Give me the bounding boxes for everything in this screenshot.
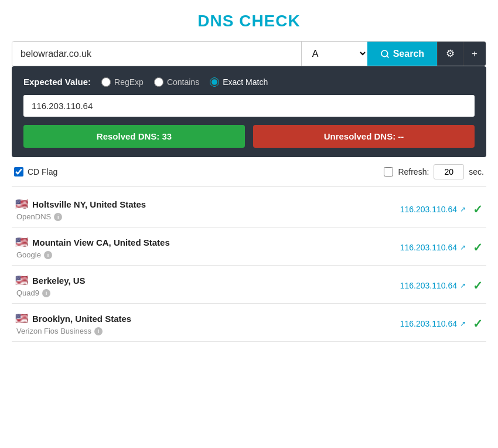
- check-icon: ✓: [473, 240, 483, 254]
- page-title: DNS CHECK: [12, 12, 486, 30]
- regexp-radio[interactable]: [101, 77, 111, 87]
- provider-name: Quad9: [16, 289, 39, 297]
- regexp-option[interactable]: RegExp: [101, 77, 144, 87]
- ip-address: 116.203.110.64: [400, 205, 457, 214]
- table-row: 🇺🇸 Brooklyn, United States Verizon Fios …: [12, 304, 486, 342]
- unresolved-dns-button[interactable]: Unresolved DNS: --: [253, 125, 475, 148]
- dns-type-select[interactable]: A AAAA MX CNAME TXT NS SOA PTR: [301, 42, 367, 66]
- provider-name: OpenDNS: [16, 212, 51, 221]
- contains-radio[interactable]: [154, 77, 163, 87]
- external-link-icon[interactable]: ↗: [460, 320, 466, 328]
- ip-address: 116.203.110.64: [400, 281, 457, 290]
- exact-label: Exact Match: [223, 77, 268, 87]
- flag-icon: 🇺🇸: [15, 236, 28, 249]
- result-provider: OpenDNS i: [15, 212, 400, 221]
- external-link-icon[interactable]: ↗: [460, 281, 466, 290]
- contains-option[interactable]: Contains: [154, 77, 199, 87]
- add-icon: +: [472, 48, 477, 60]
- ip-address: 116.203.110.64: [400, 319, 457, 328]
- check-icon: ✓: [473, 317, 483, 331]
- table-row: 🇺🇸 Mountain View CA, United States Googl…: [12, 228, 486, 266]
- cd-flag-text: CD Flag: [28, 167, 57, 177]
- cd-flag-label[interactable]: CD Flag: [14, 167, 57, 177]
- info-icon[interactable]: i: [54, 213, 62, 221]
- result-left: 🇺🇸 Berkeley, US Quad9 i: [15, 274, 400, 297]
- location-text: Brooklyn, United States: [32, 314, 131, 324]
- search-input[interactable]: [12, 42, 301, 66]
- info-icon[interactable]: i: [44, 251, 52, 259]
- settings-icon: ⚙: [446, 47, 455, 60]
- result-right: 116.203.110.64 ↗ ✓: [400, 317, 483, 331]
- result-location: 🇺🇸 Holtsville NY, United States: [15, 198, 400, 211]
- search-label: Search: [393, 49, 424, 59]
- settings-button[interactable]: ⚙: [437, 42, 463, 66]
- result-ip: 116.203.110.64 ↗: [400, 243, 466, 252]
- flag-icon: 🇺🇸: [15, 198, 28, 211]
- external-link-icon[interactable]: ↗: [460, 243, 466, 252]
- exact-match-option[interactable]: Exact Match: [210, 77, 268, 87]
- location-text: Holtsville NY, United States: [32, 199, 146, 209]
- result-left: 🇺🇸 Holtsville NY, United States OpenDNS …: [15, 198, 400, 221]
- search-bar: A AAAA MX CNAME TXT NS SOA PTR Search ⚙ …: [12, 41, 486, 66]
- check-icon: ✓: [473, 279, 483, 293]
- external-link-icon[interactable]: ↗: [460, 205, 466, 213]
- expected-panel: Expected Value: RegExp Contains Exact Ma…: [12, 66, 486, 157]
- refresh-group: Refresh: sec.: [384, 164, 484, 179]
- result-location: 🇺🇸 Brooklyn, United States: [15, 312, 400, 325]
- flag-icon: 🇺🇸: [15, 312, 28, 325]
- result-left: 🇺🇸 Mountain View CA, United States Googl…: [15, 236, 400, 259]
- result-provider: Quad9 i: [15, 289, 400, 297]
- info-icon[interactable]: i: [42, 289, 50, 297]
- result-location: 🇺🇸 Berkeley, US: [15, 274, 400, 287]
- provider-name: Verizon Fios Business: [16, 327, 91, 335]
- expected-row: Expected Value: RegExp Contains Exact Ma…: [23, 77, 475, 87]
- contains-label: Contains: [167, 77, 199, 87]
- exact-radio[interactable]: [210, 77, 219, 87]
- result-right: 116.203.110.64 ↗ ✓: [400, 240, 483, 254]
- cd-flag-checkbox[interactable]: [14, 167, 23, 177]
- refresh-checkbox[interactable]: [384, 167, 393, 177]
- expected-value-label: Expected Value:: [23, 77, 91, 87]
- table-row: 🇺🇸 Berkeley, US Quad9 i 116.203.110.64 ↗…: [12, 266, 486, 304]
- info-icon[interactable]: i: [94, 327, 103, 335]
- ip-address: 116.203.110.64: [400, 243, 457, 252]
- result-provider: Verizon Fios Business i: [15, 327, 400, 335]
- dns-status-row: Resolved DNS: 33 Unresolved DNS: --: [23, 125, 475, 148]
- expected-value-input[interactable]: [23, 95, 475, 117]
- result-right: 116.203.110.64 ↗ ✓: [400, 202, 483, 216]
- check-icon: ✓: [473, 202, 483, 216]
- sec-label: sec.: [469, 167, 484, 177]
- result-location: 🇺🇸 Mountain View CA, United States: [15, 236, 400, 249]
- match-options: RegExp Contains Exact Match: [101, 77, 268, 87]
- flag-icon: 🇺🇸: [15, 274, 28, 287]
- result-ip: 116.203.110.64 ↗: [400, 319, 466, 328]
- result-ip: 116.203.110.64 ↗: [400, 205, 466, 214]
- table-row: 🇺🇸 Holtsville NY, United States OpenDNS …: [12, 189, 486, 228]
- result-provider: Google i: [15, 250, 400, 259]
- svg-line-1: [387, 56, 388, 57]
- search-button[interactable]: Search: [367, 42, 437, 66]
- provider-name: Google: [16, 250, 41, 259]
- location-text: Mountain View CA, United States: [32, 237, 170, 247]
- result-ip: 116.203.110.64 ↗: [400, 281, 466, 290]
- result-right: 116.203.110.64 ↗ ✓: [400, 279, 483, 293]
- search-icon: [380, 49, 390, 59]
- resolved-dns-button[interactable]: Resolved DNS: 33: [23, 125, 245, 148]
- dns-results: 🇺🇸 Holtsville NY, United States OpenDNS …: [12, 189, 486, 342]
- result-left: 🇺🇸 Brooklyn, United States Verizon Fios …: [15, 312, 400, 335]
- refresh-input[interactable]: [434, 164, 464, 179]
- location-text: Berkeley, US: [32, 276, 86, 286]
- options-row: CD Flag Refresh: sec.: [12, 157, 486, 187]
- regexp-label: RegExp: [114, 77, 144, 87]
- refresh-label: Refresh:: [398, 167, 429, 177]
- add-button[interactable]: +: [463, 42, 486, 66]
